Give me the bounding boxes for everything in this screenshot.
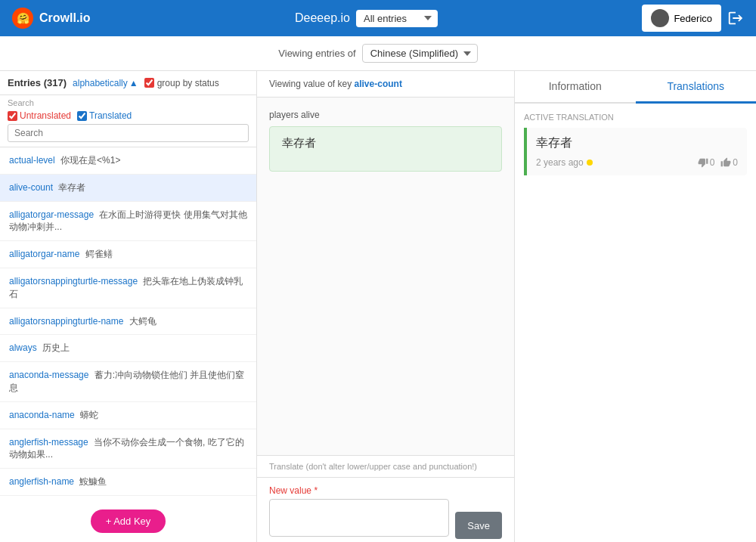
right-content: Active translation 幸存者 2 years ago 0 — [515, 104, 756, 542]
meta-time: 2 years ago — [536, 157, 593, 168]
translation-area: players alive 幸存者 — [257, 98, 514, 455]
sort-icon: ▲ — [129, 78, 138, 88]
list-item[interactable]: anglerfish-name 鮟鱇鱼 — [0, 469, 256, 496]
list-item[interactable]: anaconda-name 蟒蛇 — [0, 402, 256, 429]
search-input[interactable] — [8, 124, 249, 142]
translated-filter: Translated — [77, 110, 132, 121]
tab-translations[interactable]: Translations — [636, 71, 757, 104]
add-key-label: + Add Key — [106, 516, 151, 527]
header-right: Federico — [642, 5, 744, 32]
header-center: Deeeep.io All entries Untranslated Trans… — [295, 10, 438, 27]
upvote-count: 0 — [733, 157, 738, 168]
translation-meta: 2 years ago 0 0 — [536, 157, 738, 168]
entry-key: alligatorgar-message — [9, 209, 94, 220]
untranslated-filter: Untranslated — [8, 110, 71, 121]
entry-key: anaconda-message — [9, 370, 88, 380]
entry-key: alive-count — [9, 182, 53, 193]
translation-card: 幸存者 2 years ago 0 0 — [524, 128, 747, 175]
entry-key: actual-level — [9, 155, 55, 166]
key-header: Viewing value of key alive-count — [257, 71, 514, 98]
new-value-input[interactable] — [269, 499, 449, 537]
sidebar: Entries (317) alphabetically ▲ group by … — [0, 71, 257, 542]
untranslated-checkbox[interactable] — [8, 111, 17, 121]
source-value: 幸存者 — [269, 126, 502, 172]
entry-value: 鳄雀鳝 — [85, 249, 113, 259]
search-label: Search — [8, 98, 34, 107]
viewing-text: Viewing entries of — [278, 48, 355, 59]
entries-title: Entries (317) — [8, 77, 67, 88]
translation-text: 幸存者 — [536, 135, 738, 151]
logout-button[interactable] — [727, 10, 744, 26]
user-button[interactable]: Federico — [642, 5, 721, 32]
avatar — [651, 9, 669, 27]
group-status-label: group by status — [157, 78, 219, 88]
translation-time: 2 years ago — [536, 157, 584, 168]
new-value-wrapper: New value * — [269, 485, 449, 539]
entry-key: anaconda-name — [9, 410, 75, 420]
entry-value: 幸存者 — [58, 182, 85, 193]
header-left: 🤗 Crowll.io — [12, 8, 91, 29]
active-translation-label: Active translation — [524, 113, 747, 122]
list-item[interactable]: always 历史上 — [0, 335, 256, 362]
entry-value: 你现在是<%1> — [60, 155, 120, 166]
list-item[interactable]: anglerfish-message 当你不动你会生成一个食物, 吃了它的动物如… — [0, 429, 256, 469]
language-select[interactable]: Chinese (Simplified) English Spanish Fre… — [362, 44, 478, 63]
translate-hint: Translate (don't alter lower/upper case … — [257, 455, 514, 477]
sort-label: alphabetically — [73, 78, 128, 88]
app-header: 🤗 Crowll.io Deeeep.io All entries Untran… — [0, 0, 756, 36]
required-mark: * — [314, 485, 318, 496]
list-item[interactable]: alligatorgar-message 在水面上时游得更快 使用集气对其他动物… — [0, 202, 256, 242]
user-name: Federico — [674, 13, 712, 24]
list-item[interactable]: actual-level 你现在是<%1> — [0, 147, 256, 175]
sort-alphabetically-button[interactable]: alphabetically ▲ — [73, 78, 138, 88]
entry-key: anglerfish-message — [9, 437, 88, 448]
entry-key: alligatorgar-name — [9, 249, 79, 259]
entry-value: 大鳄龟 — [129, 316, 156, 327]
tab-information[interactable]: Information — [515, 71, 636, 104]
new-value-row: New value * Save — [257, 477, 514, 542]
entry-value: 鮟鱇鱼 — [79, 476, 107, 487]
sidebar-toolbar: Entries (317) alphabetically ▲ group by … — [0, 71, 256, 95]
entry-value: 历史上 — [42, 342, 70, 353]
downvote-button[interactable]: 0 — [698, 157, 715, 168]
project-name: Deeeep.io — [295, 11, 350, 25]
translated-checkbox[interactable] — [77, 111, 87, 121]
entries-list: actual-level 你现在是<%1> alive-count 幸存者 al… — [0, 147, 256, 496]
upvote-button[interactable]: 0 — [720, 157, 738, 168]
translated-label: Translated — [89, 110, 132, 121]
reddit-icon: 🤗 — [12, 8, 33, 29]
list-item[interactable]: alive-count 幸存者 — [0, 175, 256, 202]
right-tabs: Information Translations — [515, 71, 756, 104]
save-button[interactable]: Save — [455, 512, 502, 539]
list-item[interactable]: alligatorsnappingturtle-message 把头靠在地上伪装… — [0, 268, 256, 308]
entry-key: always — [9, 342, 37, 353]
center-panel: Viewing value of key alive-count players… — [257, 71, 514, 542]
add-key-button[interactable]: + Add Key — [91, 509, 166, 533]
list-item[interactable]: anaconda-message 蓄力:冲向动物锁住他们 并且使他们窒息 — [0, 362, 256, 402]
subheader: Viewing entries of Chinese (Simplified) … — [0, 36, 756, 71]
right-panel: Information Translations Active translat… — [514, 71, 756, 542]
entry-value: 蟒蛇 — [80, 410, 98, 420]
logo-text: Crowll.io — [39, 11, 91, 25]
entry-key: alligatorsnappingturtle-name — [9, 316, 123, 327]
entries-dropdown[interactable]: All entries Untranslated Translated — [356, 10, 438, 27]
entry-key: alligatorsnappingturtle-message — [9, 276, 138, 286]
main-layout: Entries (317) alphabetically ▲ group by … — [0, 71, 756, 542]
list-item[interactable]: alligatorsnappingturtle-name 大鳄龟 — [0, 308, 256, 336]
viewing-key: alive-count — [355, 79, 402, 89]
entry-key: anglerfish-name — [9, 476, 74, 487]
new-value-label: New value * — [269, 485, 449, 496]
downvote-count: 0 — [710, 157, 715, 168]
viewing-key-label: Viewing value of key — [269, 79, 352, 89]
sidebar-footer: + Add Key — [0, 496, 256, 542]
untranslated-label: Untranslated — [20, 110, 71, 121]
quality-dot — [587, 160, 593, 166]
search-row: Search Untranslated Translated — [0, 95, 256, 147]
list-item[interactable]: alligatorgar-name 鳄雀鳝 — [0, 241, 256, 268]
group-by-status: group by status — [144, 78, 219, 88]
source-label: players alive — [269, 110, 502, 120]
vote-group: 0 0 — [698, 157, 738, 168]
group-status-checkbox[interactable] — [144, 78, 154, 88]
